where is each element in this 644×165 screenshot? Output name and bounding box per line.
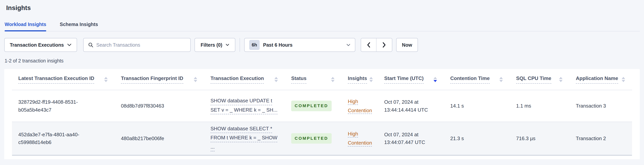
- time-range-label: Past 6 Hours: [263, 42, 343, 48]
- previous-time-range-button[interactable]: [361, 38, 376, 52]
- contention-time-value: 21.3 s: [450, 135, 464, 141]
- toolbar: Transaction Executions Filters (0) 6h Pa…: [4, 38, 640, 52]
- tab-bar: Workload Insights Schema Insights: [4, 22, 640, 31]
- table-header-row: Latest Transaction Execution ID Transact…: [12, 69, 632, 90]
- tab-workload-insights[interactable]: Workload Insights: [4, 22, 46, 31]
- start-time-value: Oct 07, 2024 at 13:44:14.4414 UTC: [384, 98, 437, 114]
- contention-time-value: 14.1 s: [450, 103, 464, 109]
- search-box[interactable]: [83, 38, 191, 52]
- column-header-insights[interactable]: Insights: [348, 75, 367, 84]
- chevron-left-icon: [367, 42, 370, 48]
- execution-id-value: 452da3e7-e7fa-4801-aa40-c59988d14eb6: [18, 131, 101, 146]
- transaction-insights-table: Latest Transaction Execution ID Transact…: [12, 69, 632, 155]
- execution-id-value: 328729d2-ff19-4408-8531-b05a5b4e43c7: [18, 98, 101, 114]
- application-name-value: Transaction 2: [576, 135, 606, 141]
- tab-schema-insights[interactable]: Schema Insights: [60, 22, 98, 31]
- sort-icon[interactable]: [370, 77, 373, 82]
- sql-cpu-time-value: 1.1 ms: [516, 103, 531, 109]
- insight-link-high-contention[interactable]: High Contention: [348, 129, 372, 147]
- insights-page: Insights Workload Insights Schema Insigh…: [0, 0, 644, 159]
- search-icon: [88, 42, 93, 47]
- chevron-down-icon: [226, 44, 229, 46]
- status-badge: COMPLETED: [291, 101, 332, 111]
- sort-icon[interactable]: [434, 77, 437, 82]
- sort-icon[interactable]: [194, 77, 197, 82]
- column-header-status[interactable]: Status: [291, 75, 306, 84]
- column-header-contention-time[interactable]: Contention Time: [450, 75, 490, 84]
- column-header-transaction-fingerprint-id[interactable]: Transaction Fingerprint ID: [121, 75, 183, 84]
- sort-icon[interactable]: [104, 77, 108, 82]
- fingerprint-id-value: 480a8b217be006fe: [121, 135, 164, 141]
- time-range-arrows: [361, 38, 392, 52]
- sort-icon[interactable]: [559, 77, 562, 82]
- column-header-sql-cpu-time[interactable]: SQL CPU Time: [516, 75, 551, 84]
- column-header-latest-transaction-execution-id[interactable]: Latest Transaction Execution ID: [18, 75, 94, 84]
- page-title: Insights: [4, 0, 640, 12]
- chevron-right-icon: [383, 42, 386, 48]
- execution-type-dropdown[interactable]: Transaction Executions: [4, 38, 77, 52]
- sort-icon[interactable]: [331, 77, 334, 82]
- status-badge: COMPLETED: [291, 133, 332, 144]
- time-range-badge: 6h: [249, 40, 260, 50]
- search-input[interactable]: [96, 42, 186, 48]
- now-label: Now: [402, 42, 412, 48]
- time-range-picker[interactable]: 6h Past 6 Hours: [244, 38, 355, 52]
- toolbar-divider: [240, 38, 240, 52]
- sort-icon[interactable]: [622, 77, 625, 82]
- execution-type-label: Transaction Executions: [10, 42, 64, 48]
- filters-button[interactable]: Filters (0): [194, 38, 235, 52]
- sort-icon[interactable]: [274, 77, 278, 82]
- insight-link-high-contention[interactable]: High Contention: [348, 97, 372, 115]
- application-name-value: Transaction 3: [576, 103, 606, 109]
- transaction-execution-link[interactable]: SHOW database UPDATE t SET v = _ WHERE k…: [204, 90, 285, 122]
- next-time-range-button[interactable]: [376, 38, 392, 52]
- sort-icon[interactable]: [499, 77, 503, 82]
- column-header-transaction-execution[interactable]: Transaction Execution: [210, 75, 264, 84]
- horizontal-scrollbar[interactable]: [12, 155, 632, 156]
- column-header-application-name[interactable]: Application Name: [576, 75, 618, 84]
- sql-cpu-time-value: 716.3 µs: [516, 135, 536, 141]
- insights-table-card: Latest Transaction Execution ID Transact…: [4, 69, 640, 159]
- fingerprint-id-value: 08d8b7d97f830463: [121, 103, 164, 109]
- transaction-execution-link[interactable]: SHOW database SELECT * FROM t WHERE k = …: [204, 122, 285, 155]
- start-time-value: Oct 07, 2024 at 13:44:07.447 UTC: [384, 131, 437, 146]
- results-summary: 1-2 of 2 transaction insights: [4, 58, 640, 64]
- table-row: 328729d2-ff19-4408-8531-b05a5b4e43c7 08d…: [12, 90, 632, 122]
- column-header-start-time[interactable]: Start Time (UTC): [384, 75, 424, 84]
- chevron-down-icon: [346, 44, 350, 46]
- chevron-down-icon: [67, 44, 72, 46]
- filters-label: Filters (0): [201, 42, 222, 48]
- now-button[interactable]: Now: [396, 38, 418, 52]
- table-row: 452da3e7-e7fa-4801-aa40-c59988d14eb6 480…: [12, 122, 632, 155]
